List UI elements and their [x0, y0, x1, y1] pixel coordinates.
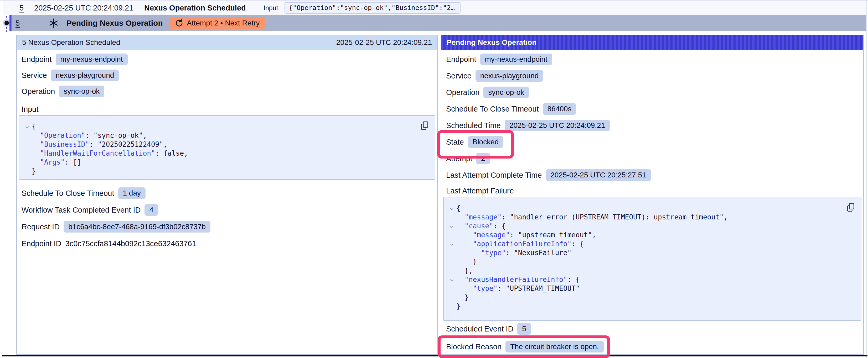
- field-value: 2: [476, 153, 490, 164]
- field-value: nexus-playground: [51, 70, 119, 81]
- code-line-text: },: [456, 266, 473, 275]
- event-input-preview-chip[interactable]: {"Operation":"sync-op-ok","BusinessID":"…: [284, 2, 461, 14]
- event-title: Nexus Operation Scheduled: [144, 3, 246, 12]
- collapse-gutter: [22, 140, 32, 149]
- collapse-gutter: [447, 293, 456, 302]
- collapse-gutter: [447, 230, 456, 239]
- field-label: Schedule To Close Timeout: [22, 189, 114, 198]
- field-value: sync-op-ok: [484, 87, 529, 98]
- code-line-text: }: [32, 167, 36, 175]
- field-value: my-nexus-endpoint: [56, 54, 128, 65]
- code-line: "message": "handler error (UPSTREAM_TIME…: [447, 213, 845, 222]
- event-detail-fields-bottom: Schedule To Close Timeout 1 day Workflow…: [17, 187, 437, 249]
- pending-operation-header-title: Pending Nexus Operation: [446, 38, 536, 47]
- field-row: Workflow Task Completed Event ID 4: [22, 204, 437, 216]
- event-id-link[interactable]: 5: [20, 3, 24, 12]
- collapse-toggle-icon[interactable]: [447, 275, 456, 284]
- field-value: 86400s: [543, 103, 577, 115]
- field-row: Scheduled Time 2025-02-25 UTC 20:24:09.2…: [446, 120, 863, 131]
- code-line: },: [447, 266, 845, 275]
- failure-json-block: { "message": "handler error (UPSTREAM_TI…: [443, 197, 862, 321]
- retry-badge-label: Attempt 2 • Next Retry: [187, 19, 259, 27]
- refresh-icon: [175, 19, 183, 27]
- collapse-gutter: [447, 266, 456, 275]
- code-line-text: }: [456, 302, 461, 311]
- collapse-toggle-icon[interactable]: [447, 222, 456, 230]
- bottom-edge-line: [2, 355, 867, 356]
- field-label: Schedule To Close Timeout: [446, 105, 539, 113]
- code-line-text: "Args": []: [32, 158, 81, 167]
- field-value: Blocked: [468, 136, 504, 148]
- collapse-gutter: [22, 158, 32, 167]
- nexus-asterisk-icon: [49, 18, 59, 28]
- field-label: Endpoint: [446, 55, 476, 64]
- code-line-text: "type": "NexusFailure": [456, 248, 571, 257]
- field-label: Operation: [22, 87, 55, 96]
- field-label: Service: [446, 72, 471, 80]
- input-json-lines: { "Operation": "sync-op-ok", "BusinessID…: [22, 122, 419, 175]
- pending-operation-header: Pending Nexus Operation: [441, 35, 863, 50]
- field-label: Scheduled Event ID: [446, 325, 513, 333]
- collapse-gutter: [447, 284, 456, 293]
- code-line: "HandlerWaitForCancellation": false,: [22, 149, 419, 158]
- event-summary-row[interactable]: 5 2025-02-25 UTC 20:24:09.21 Nexus Opera…: [3, 1, 866, 15]
- copy-failure-button[interactable]: [846, 203, 855, 213]
- collapse-gutter: [22, 149, 32, 158]
- field-label: Endpoint: [22, 55, 52, 64]
- code-line: "message": "upstream timeout",: [447, 230, 845, 239]
- event-detail-header: 5 Nexus Operation Scheduled 2025-02-25 U…: [17, 35, 437, 50]
- collapse-gutter: [22, 167, 32, 175]
- code-line: "type": "UPSTREAM_TIMEOUT": [447, 284, 845, 293]
- field-row: Endpoint my-nexus-endpoint: [22, 54, 437, 65]
- failure-section-label: Last Attempt Failure: [446, 187, 863, 195]
- code-line-text: "applicationFailureInfo": {: [456, 239, 584, 248]
- field-label: Scheduled Time: [446, 121, 501, 130]
- field-row: Attempt 2: [446, 153, 863, 164]
- code-line-text: "message": "upstream timeout",: [456, 230, 596, 239]
- field-value: 1 day: [118, 187, 146, 199]
- field-label: Request ID: [22, 223, 60, 231]
- event-detail-panel: 5 Nexus Operation Scheduled 2025-02-25 U…: [16, 35, 438, 355]
- field-label: Blocked Reason: [446, 343, 501, 351]
- pending-fields-bottom: Scheduled Event ID 5 Blocked Reason The …: [441, 323, 863, 353]
- code-line: "Args": []: [22, 158, 419, 167]
- endpoint-id-link[interactable]: 3c0c75ccfa8144b092c13ce632463761: [65, 239, 196, 248]
- field-label: Service: [22, 71, 47, 80]
- event-detail-header-timestamp: 2025-02-25 UTC 20:24:09.21: [336, 38, 432, 47]
- collapse-gutter: [447, 302, 456, 311]
- code-line-text: {: [32, 122, 36, 131]
- code-line-text: "type": "UPSTREAM_TIMEOUT": [456, 284, 580, 293]
- code-line: }: [447, 302, 845, 311]
- collapse-gutter: [447, 213, 456, 222]
- event-timestamp: 2025-02-25 UTC 20:24:09.21: [34, 3, 133, 12]
- code-line: "applicationFailureInfo": {: [447, 239, 845, 248]
- right-border: [866, 0, 867, 358]
- event-input-label: Input: [264, 4, 278, 11]
- collapse-toggle-icon[interactable]: [447, 239, 456, 248]
- code-line-text: "nexusHandlerFailureInfo": {: [456, 275, 580, 284]
- field-row: Endpoint my-nexus-endpoint: [446, 54, 863, 65]
- field-label: Last Attempt Complete Time: [446, 171, 542, 180]
- field-value: sync-op-ok: [59, 86, 104, 97]
- input-json-block: { "Operation": "sync-op-ok", "BusinessID…: [19, 115, 435, 180]
- code-line-text: "HandlerWaitForCancellation": false,: [32, 149, 188, 158]
- collapse-toggle-icon[interactable]: [447, 204, 456, 213]
- collapse-toggle-icon[interactable]: [22, 122, 32, 131]
- field-value: my-nexus-endpoint: [480, 54, 552, 65]
- code-line: {: [22, 122, 419, 131]
- pending-operation-panel: Pending Nexus Operation Endpoint my-nexu…: [441, 35, 864, 355]
- field-value: 5: [517, 323, 531, 335]
- field-row: Endpoint ID 3c0c75ccfa8144b092c13ce63246…: [22, 238, 437, 249]
- code-line-text: }: [456, 257, 477, 266]
- field-label: Attempt: [446, 154, 472, 163]
- field-label: Operation: [446, 88, 479, 97]
- field-row: Request ID b1c6a4bc-8ee7-468a-9169-df3b0…: [22, 221, 437, 232]
- code-line-text: "message": "handler error (UPSTREAM_TIME…: [456, 213, 728, 222]
- temporal-workflow-history-screen: 5 2025-02-25 UTC 20:24:09.21 Nexus Opera…: [0, 0, 868, 358]
- pending-event-id-link[interactable]: 5: [16, 19, 20, 28]
- copy-input-button[interactable]: [420, 121, 429, 131]
- pending-fields-top: Endpoint my-nexus-endpoint Service nexus…: [441, 54, 863, 181]
- code-line: "cause": {: [447, 222, 845, 230]
- pending-operation-row[interactable]: 5 Pending Nexus Operation Attempt 2 • Ne…: [12, 15, 866, 31]
- code-line-text: "cause": {: [456, 222, 506, 230]
